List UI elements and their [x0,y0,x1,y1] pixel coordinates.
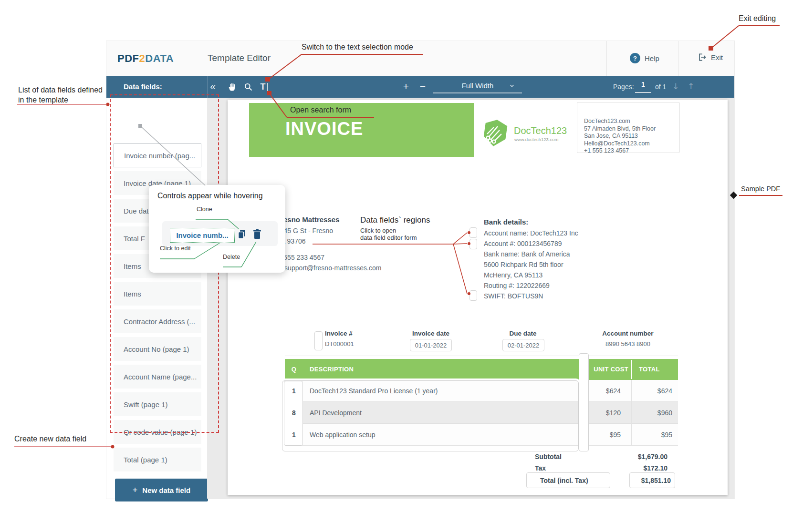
meta-label-invoice-no: Invoice # [325,330,353,337]
zoom-in-button[interactable]: + [400,80,412,93]
pages-total: of 1 [655,83,666,91]
pages-label: Pages: [613,83,634,91]
plus-icon: + [133,485,138,495]
text-tool-glyph: T [261,82,266,92]
company-line: San Jose, CA 95113 [584,133,679,140]
meta-label-account-number: Account number [592,330,664,337]
pan-hand-icon[interactable] [227,81,238,92]
annotation-text-mode: Switch to the text selection mode [302,43,413,51]
delete-icon[interactable] [253,229,261,240]
collapse-sidebar-icon[interactable]: « [207,80,219,93]
from-email: E. support@fresno-mattresses.com [276,264,381,272]
bank-line: Account #: 000123456789 [484,240,562,247]
doctech-logo-name: DocTech123 [514,125,567,136]
meta-box-text: 02-01-2022 [508,342,540,349]
from-name: Fresno Mattresses [276,215,340,224]
invoice-banner: INVOICE [249,103,474,157]
new-data-field-label: New data field [142,486,190,494]
invoice-title: INVOICE [285,119,363,139]
help-icon: ? [630,53,640,63]
text-selection-icon[interactable]: T [257,80,271,93]
total-label: Total (incl. Tax) [540,477,588,484]
subtotal-label: Subtotal [535,453,562,460]
page-down-icon[interactable]: ↓ [672,82,679,91]
exit-icon [697,52,707,62]
tax-value: $172.10 [597,464,667,472]
sidebar-title: Data fields: [124,82,162,91]
bank-line: Bank name: Bank of America [484,250,570,258]
click-to-edit-label: Click to edit [160,245,191,252]
exit-button[interactable]: Exit [697,52,723,62]
fit-mode-select[interactable]: Full Width [433,80,522,94]
meta-value-invoice-no: DT000001 [325,340,354,348]
cell-description: Web application setup [310,424,375,446]
search-icon[interactable] [242,81,254,92]
popup-title: Controls appear while hovering [157,192,263,200]
pdf-canvas[interactable]: INVOICE DocTech123 www.doctech [207,98,734,499]
company-line: +1 555 123 4567 [584,147,679,155]
doctech-logo-icon [481,119,509,147]
company-address-box: DocTech123.com 57 Almaden Blvd, 5th Floo… [577,102,680,153]
annotation-regions-sub1: Click to open [360,227,430,234]
help-button[interactable]: ? Help [630,53,659,63]
bank-line: Routing #: 122022669 [484,282,550,289]
bank-line: Account name: DocTech123 Inc [484,229,578,237]
doctech-logo-url: www.doctech123.com [514,137,558,142]
text-cursor [267,83,268,91]
company-line: 57 Almaden Blvd, 5th Floor [584,125,679,133]
meta-label-invoice-date: Invoice date [410,330,452,337]
annotation-fields-list-line1: List of data fields defined [18,85,103,95]
logo-pdf: PDF [117,52,139,64]
table-header-description: DESCRIPTION [310,366,354,373]
new-data-field-button[interactable]: + New data field [115,479,208,501]
data-field-region-marker[interactable] [314,331,323,350]
table-header-unit-cost: UNIT COST [552,366,632,373]
meta-value-due-date[interactable]: 02-01-2022 [502,339,544,351]
cell-qty: 1 [285,424,303,446]
header-divider [678,41,678,76]
screenshot-root: PDF2DATA Template Editor ? Help Exit Dat… [0,0,803,532]
page-number-input[interactable]: 1 [635,81,651,93]
field-chip[interactable]: Invoice numb... [170,228,235,243]
annotation-regions: Data fields` regions Click to open data … [360,215,430,241]
cell-description: API Development [310,402,362,424]
page-number-value: 1 [641,81,645,88]
total-value-box[interactable]: $1,851.10 [629,472,675,488]
app-header: PDF2DATA Template Editor ? Help Exit [106,41,734,76]
bank-line: 5600 Richpark Rd 5th floor [484,261,563,268]
table-header-q: Q [285,366,303,373]
fit-mode-underline [433,92,522,93]
sidebar-item-total[interactable]: Total (page 1) [114,448,201,471]
chevron-down-icon [509,82,515,89]
cell-total: $95 [616,424,672,446]
cell-unit-cost: $120 [544,402,621,424]
pdf-page: INVOICE DocTech123 www.doctech [228,100,728,495]
total-label-box[interactable]: Total (incl. Tax) [526,472,610,488]
table-header-total: TOTAL [639,366,660,373]
doctech-logo [481,119,509,147]
page-up-icon[interactable]: ↑ [688,82,694,91]
data-field-region-marker[interactable] [469,239,477,249]
annotation-sample-pdf: Sample PDF [741,185,780,193]
total-value: $1,851.10 [641,477,671,484]
meta-label-due-date: Due date [502,330,543,337]
cell-qty: 8 [285,402,303,424]
logo-2: 2 [139,52,146,64]
data-field-region-marker[interactable] [469,227,477,238]
annotation-fields-list-line2: in the template [18,95,103,105]
logo-data: DATA [145,52,174,64]
data-field-region-marker[interactable] [469,290,477,301]
cell-unit-cost: $95 [544,424,621,446]
clone-label: Clone [197,206,212,213]
annotation-regions-title: Data fields` regions [360,215,430,225]
clone-icon[interactable] [238,229,247,240]
company-line: DocTech123.com [584,118,679,125]
page-title: Template Editor [208,53,271,63]
meta-value-account-number: 8990 5643 8900 [592,340,664,348]
cell-description: DocTech123 Standard Pro License (1 year) [310,380,438,402]
meta-value-invoice-date[interactable]: 01-01-2022 [410,339,452,351]
cell-total: $624 [616,380,672,402]
cell-unit-cost: $624 [544,380,621,402]
sidebar-item-label: Total (page 1) [124,456,167,464]
zoom-out-button[interactable]: − [417,80,429,93]
